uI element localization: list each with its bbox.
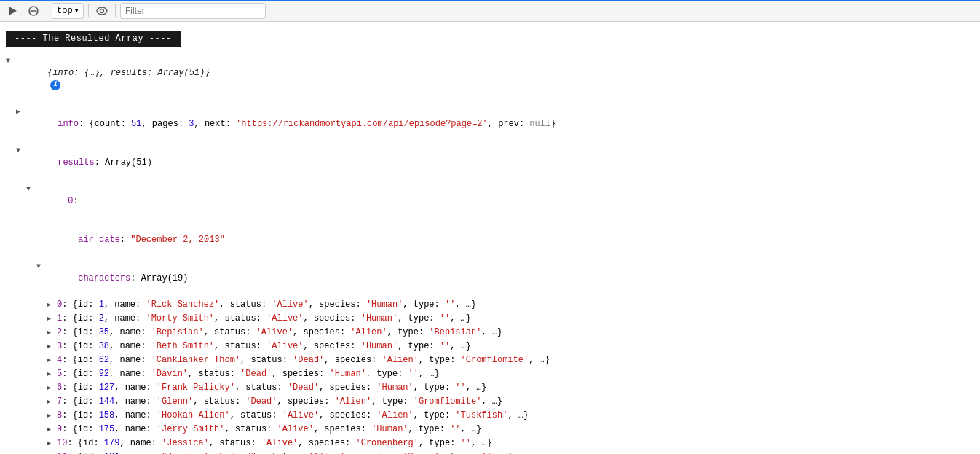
results-line: results: Array(51) bbox=[0, 144, 980, 182]
result-banner: ---- The Resulted Array ---- bbox=[6, 31, 181, 47]
air-date-line: air_date: "December 2, 2013" bbox=[0, 221, 980, 259]
filter-input[interactable] bbox=[120, 3, 266, 19]
character-item-9: 9: {id: 175, name: 'Jerry Smith', status… bbox=[0, 423, 980, 437]
char-toggle-8[interactable] bbox=[47, 410, 57, 422]
svg-marker-0 bbox=[10, 7, 17, 15]
character-item-3: 3: {id: 38, name: 'Beth Smith', status: … bbox=[0, 340, 980, 353]
eye-button[interactable] bbox=[93, 3, 111, 19]
root-toggle[interactable] bbox=[6, 55, 16, 67]
play-button[interactable] bbox=[4, 3, 22, 19]
character-item-0: 0: {id: 1, name: 'Rick Sanchez', status:… bbox=[0, 298, 980, 312]
characters-toggle[interactable] bbox=[36, 260, 47, 273]
char-toggle-2[interactable] bbox=[47, 326, 57, 339]
character-item-11: 11: {id: 181, name: "Jessica's Friend", … bbox=[0, 450, 980, 454]
char-toggle-6[interactable] bbox=[47, 382, 57, 394]
char-toggle-0[interactable] bbox=[47, 299, 57, 311]
no-entry-button[interactable] bbox=[25, 3, 42, 19]
character-item-6: 6: {id: 127, name: 'Frank Palicky', stat… bbox=[0, 381, 980, 395]
svg-point-5 bbox=[100, 9, 104, 12]
info-toggle[interactable] bbox=[16, 106, 26, 118]
console-content: ---- The Resulted Array ---- {info: {…},… bbox=[0, 22, 980, 454]
char-toggle-3[interactable] bbox=[47, 340, 57, 353]
character-item-8: 8: {id: 158, name: 'Hookah Alien', statu… bbox=[0, 409, 980, 423]
root-line: {info: {…}, results: Array(51)} i bbox=[0, 54, 980, 105]
info-badge[interactable]: i bbox=[50, 80, 60, 90]
characters-list: 0: {id: 1, name: 'Rick Sanchez', status:… bbox=[0, 298, 980, 454]
divider-1 bbox=[47, 4, 47, 17]
character-item-2: 2: {id: 35, name: 'Bepisian', status: 'A… bbox=[0, 326, 980, 340]
char-toggle-1[interactable] bbox=[47, 313, 57, 325]
item-0-line: 0: bbox=[0, 182, 980, 221]
character-item-10: 10: {id: 179, name: 'Jessica', status: '… bbox=[0, 437, 980, 450]
char-toggle-11[interactable] bbox=[47, 451, 57, 454]
char-toggle-9[interactable] bbox=[47, 423, 57, 436]
context-label: top bbox=[57, 6, 73, 16]
toolbar: top ▼ bbox=[0, 0, 980, 22]
svg-point-4 bbox=[97, 7, 107, 15]
info-line: info: {count: 51, pages: 3, next: 'https… bbox=[0, 105, 980, 144]
context-selector[interactable]: top ▼ bbox=[52, 3, 84, 19]
item-0-toggle[interactable] bbox=[26, 183, 36, 195]
character-item-7: 7: {id: 144, name: 'Glenn', status: 'Dea… bbox=[0, 395, 980, 409]
char-toggle-7[interactable] bbox=[47, 396, 57, 408]
character-item-4: 4: {id: 62, name: 'Canklanker Thom', sta… bbox=[0, 353, 980, 367]
chevron-down-icon: ▼ bbox=[75, 7, 79, 15]
results-toggle[interactable] bbox=[16, 144, 26, 157]
divider-2 bbox=[88, 4, 89, 17]
svg-rect-1 bbox=[9, 7, 10, 15]
divider-3 bbox=[115, 4, 116, 17]
char-toggle-10[interactable] bbox=[47, 437, 57, 450]
char-toggle-5[interactable] bbox=[47, 368, 57, 380]
char-toggle-4[interactable] bbox=[47, 354, 57, 367]
character-item-5: 5: {id: 92, name: 'Davin', status: 'Dead… bbox=[0, 367, 980, 381]
characters-header-line: characters: Array(19) bbox=[0, 259, 980, 298]
character-item-1: 1: {id: 2, name: 'Morty Smith', status: … bbox=[0, 312, 980, 326]
